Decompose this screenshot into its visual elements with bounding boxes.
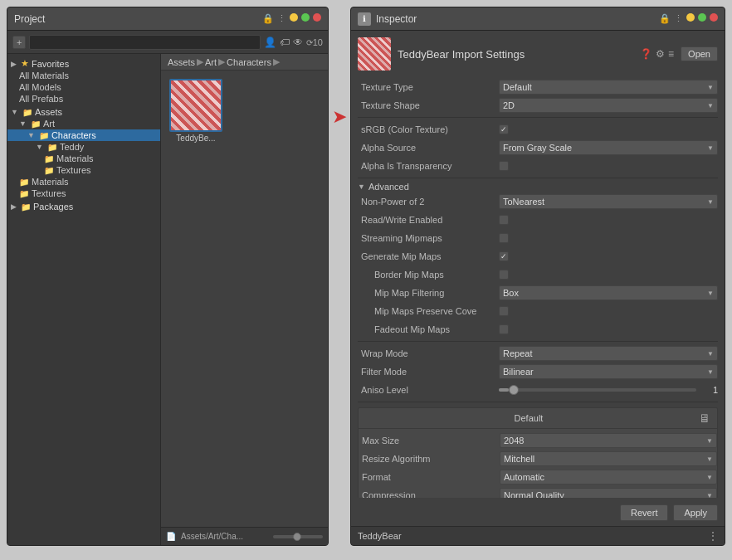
asset-preview-pattern xyxy=(358,37,391,71)
generate-mip-label: Generate Mip Maps xyxy=(358,251,499,261)
root-materials-folder-icon: 📁 xyxy=(19,178,29,187)
compression-control: Normal Quality ▼ xyxy=(500,488,717,498)
eye-icon[interactable]: 👁 xyxy=(293,37,303,48)
fadeout-mip-label: Fadeout Mip Maps xyxy=(358,324,499,334)
sidebar-item-packages[interactable]: ▶ 📁 Packages xyxy=(7,201,160,212)
root-materials-label: Materials xyxy=(32,177,69,187)
favorites-section: ▶ ★ Favorites All Materials All Models A… xyxy=(7,57,160,105)
sidebar-item-all-prefabs[interactable]: All Prefabs xyxy=(7,93,160,105)
separator-3 xyxy=(358,341,718,342)
close-btn[interactable] xyxy=(313,13,321,22)
advanced-section-header[interactable]: ▼ Advanced xyxy=(358,182,718,192)
aniso-level-control: 1 xyxy=(499,385,718,395)
search-input[interactable] xyxy=(29,35,260,50)
lock-icon-2: 🔒 xyxy=(659,13,671,24)
breadcrumb-art[interactable]: Art xyxy=(205,57,217,67)
format-arrow: ▼ xyxy=(706,474,713,481)
border-mip-row: Border Mip Maps xyxy=(358,266,718,283)
format-dropdown[interactable]: Automatic ▼ xyxy=(500,470,717,485)
open-button[interactable]: Open xyxy=(681,46,718,61)
non-power-dropdown[interactable]: ToNearest ▼ xyxy=(499,194,718,209)
sidebar-item-teddy[interactable]: ▼ 📁 Teddy xyxy=(7,141,160,153)
breadcrumb-characters[interactable]: Characters xyxy=(227,57,271,67)
help-icon[interactable]: ❓ xyxy=(640,48,652,60)
resize-algorithm-control: Mitchell ▼ xyxy=(500,451,717,466)
sidebar-item-art[interactable]: ▼ 📁 Art xyxy=(7,118,160,129)
srgb-checkbox[interactable] xyxy=(499,124,509,134)
mip-preserve-checkbox[interactable] xyxy=(499,306,509,316)
compression-dropdown[interactable]: Normal Quality ▼ xyxy=(500,488,717,498)
menu-icon[interactable]: ≡ xyxy=(668,48,674,60)
resize-algorithm-dropdown[interactable]: Mitchell ▼ xyxy=(500,451,717,466)
resize-algorithm-label: Resize Algorithm xyxy=(359,454,500,464)
texture-shape-dropdown[interactable]: 2D ▼ xyxy=(499,98,718,113)
teddy-arrow: ▼ xyxy=(36,143,43,151)
texture-type-control: Default ▼ xyxy=(499,80,718,95)
inspector-minimize-btn[interactable] xyxy=(686,13,695,22)
format-row: Format Automatic ▼ xyxy=(359,469,717,485)
inspector-close-btn[interactable] xyxy=(710,13,718,22)
filter-mode-row: Filter Mode Bilinear ▼ xyxy=(358,363,718,380)
inspector-bottom-bar: TeddyBear ⋮ xyxy=(351,526,725,545)
filter-mode-dropdown[interactable]: Bilinear ▼ xyxy=(499,364,718,379)
tag-icon[interactable]: 🏷 xyxy=(280,37,290,48)
read-write-row: Read/Write Enabled xyxy=(358,212,718,228)
alpha-source-label: Alpha Source xyxy=(358,143,499,153)
project-bottom-bar: 📄 Assets/Art/Cha... xyxy=(161,527,328,545)
aniso-slider-track[interactable] xyxy=(499,388,696,392)
alpha-source-dropdown[interactable]: From Gray Scale ▼ xyxy=(499,140,718,155)
zoom-slider-thumb xyxy=(293,533,301,541)
border-mip-label: Border Mip Maps xyxy=(358,270,499,280)
platform-body: Max Size 2048 ▼ Resize Algorithm xyxy=(359,429,717,498)
revert-button[interactable]: Revert xyxy=(620,504,668,521)
srgb-row: sRGB (Color Texture) xyxy=(358,121,718,138)
bottom-menu-icon[interactable]: ⋮ xyxy=(708,530,718,542)
read-write-checkbox[interactable] xyxy=(499,215,509,225)
asset-label: TeddyBe... xyxy=(176,134,215,143)
platform-label: Default xyxy=(365,413,692,423)
inspector-icon: ℹ xyxy=(358,12,371,26)
minimize-btn[interactable] xyxy=(290,13,298,22)
list-item[interactable]: TeddyBe... xyxy=(168,77,224,144)
sidebar-item-textures[interactable]: 📁 Textures xyxy=(7,164,160,176)
materials-label: Materials xyxy=(56,153,94,163)
filter-mode-arrow: ▼ xyxy=(707,368,714,376)
maximize-btn[interactable] xyxy=(301,13,310,22)
person-icon[interactable]: 👤 xyxy=(264,37,276,48)
sidebar-item-root-textures[interactable]: 📁 Textures xyxy=(7,187,160,199)
sidebar-item-characters[interactable]: ▼ 📁 Characters xyxy=(7,129,160,141)
fadeout-mip-control xyxy=(499,324,718,334)
streaming-mipmaps-checkbox[interactable] xyxy=(499,233,509,243)
sidebar-item-favorites[interactable]: ▶ ★ Favorites xyxy=(7,57,160,70)
border-mip-checkbox[interactable] xyxy=(499,270,509,280)
alpha-transparency-checkbox[interactable] xyxy=(499,161,509,171)
resize-algorithm-arrow: ▼ xyxy=(706,455,713,463)
sidebar-tree: ▶ ★ Favorites All Materials All Models A… xyxy=(7,54,161,545)
generate-mip-checkbox[interactable] xyxy=(499,251,509,261)
breadcrumb-assets[interactable]: Assets xyxy=(168,57,195,67)
sidebar-item-all-materials[interactable]: All Materials xyxy=(7,70,160,81)
inspector-maximize-btn[interactable] xyxy=(698,13,706,22)
mip-preserve-label: Mip Maps Preserve Cove xyxy=(358,306,499,316)
compression-row: Compression Normal Quality ▼ xyxy=(359,487,717,498)
aniso-level-label: Aniso Level xyxy=(358,385,499,395)
characters-arrow: ▼ xyxy=(27,131,35,139)
zoom-slider[interactable] xyxy=(273,535,323,538)
max-size-dropdown[interactable]: 2048 ▼ xyxy=(500,433,717,448)
sidebar-item-all-models[interactable]: All Models xyxy=(7,81,160,93)
mip-filtering-dropdown[interactable]: Box ▼ xyxy=(499,285,718,300)
apply-button[interactable]: Apply xyxy=(673,504,718,521)
settings-icon[interactable]: ⚙ xyxy=(656,48,665,60)
wrap-mode-dropdown[interactable]: Repeat ▼ xyxy=(499,346,718,361)
breadcrumb: Assets ▶ Art ▶ Characters ▶ xyxy=(161,54,328,71)
add-button[interactable]: + xyxy=(12,36,26,49)
alpha-transparency-label: Alpha Is Transparency xyxy=(358,161,499,171)
sidebar-item-assets[interactable]: ▼ 📁 Assets xyxy=(7,106,160,118)
sidebar-item-root-materials[interactable]: 📁 Materials xyxy=(7,176,160,187)
platform-header: Default 🖥 xyxy=(359,408,717,429)
sidebar-item-materials[interactable]: 📁 Materials xyxy=(7,153,160,164)
max-size-value: 2048 xyxy=(504,436,524,446)
all-materials-label: All Materials xyxy=(19,71,69,80)
texture-type-dropdown[interactable]: Default ▼ xyxy=(499,80,718,95)
fadeout-mip-checkbox[interactable] xyxy=(499,324,509,334)
